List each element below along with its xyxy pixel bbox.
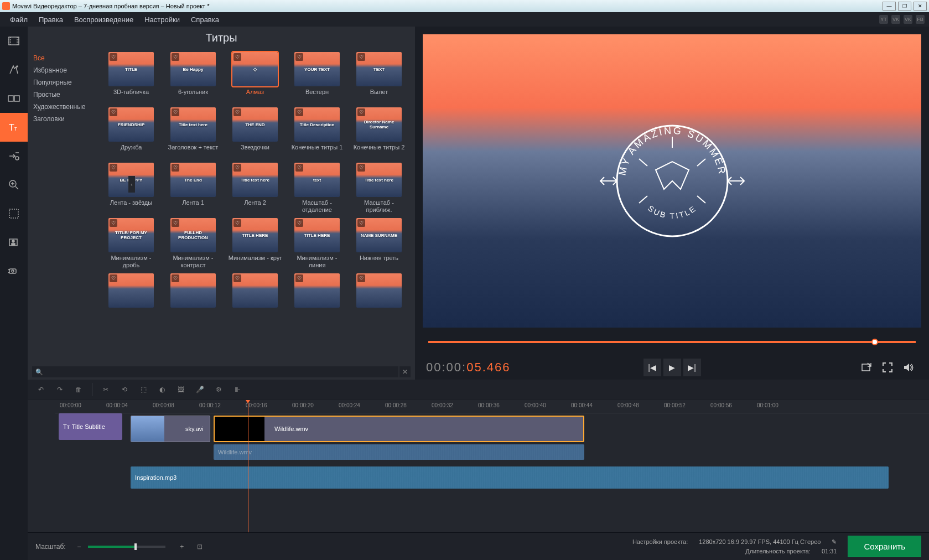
mic-button[interactable]: 🎤	[191, 381, 209, 398]
preview-scrubber[interactable]	[423, 328, 921, 355]
thumb-preview[interactable]: ♡Title text here	[170, 107, 216, 142]
tool-filters[interactable]	[0, 55, 28, 84]
thumb-item[interactable]: ♡TEXTВылет	[351, 52, 407, 104]
zoom-in-button[interactable]: +	[173, 538, 191, 555]
thumb-item[interactable]: ♡	[289, 273, 345, 325]
thumb-preview[interactable]: ♡Title text here	[356, 163, 402, 197]
social-youtube-icon[interactable]: YT	[879, 15, 888, 24]
tool-highlight[interactable]	[0, 199, 28, 228]
tool-titles[interactable]: Tт	[0, 113, 28, 142]
redo-button[interactable]: ↷	[51, 381, 69, 398]
thumb-preview[interactable]: ♡text	[294, 163, 340, 197]
video-clip-wildlife[interactable]: Wildlife.wmv	[214, 416, 584, 442]
category-popular[interactable]: Популярные	[32, 76, 100, 89]
timeline[interactable]: 00:00:0000:00:0400:00:0800:00:1200:00:16…	[28, 400, 929, 532]
thumb-item[interactable]: ♡FRIENDSHIPДружба	[103, 107, 159, 159]
maximize-button[interactable]: ❐	[898, 2, 911, 11]
menu-edit[interactable]: Правка	[33, 13, 69, 26]
thumb-item[interactable]: ♡TITLE/ FOR MY PROJECTМинимализм - дробь	[103, 218, 159, 270]
play-button[interactable]: ▶	[663, 359, 681, 376]
thumb-item[interactable]: ♡	[351, 273, 407, 325]
menu-settings[interactable]: Настройки	[139, 13, 185, 26]
export-frame-button[interactable]	[857, 359, 876, 376]
thumb-preview[interactable]: ♡The End	[170, 163, 216, 197]
thumb-item[interactable]: ♡Title DescriptionКонечные титры 1	[289, 107, 345, 159]
thumb-item[interactable]: ♡Title text hereЛента 2	[227, 163, 283, 215]
image-button[interactable]: 🖼	[172, 381, 190, 398]
category-artistic[interactable]: Художественные	[32, 101, 100, 113]
menu-playback[interactable]: Воспроизведение	[69, 13, 139, 26]
thumb-item[interactable]: ♡	[103, 273, 159, 325]
thumb-item[interactable]: ♡	[227, 273, 283, 325]
thumb-preview[interactable]: ♡Title text here	[232, 163, 278, 197]
thumb-item[interactable]: ♡TITLE HEREМинимализм - круг	[227, 218, 283, 270]
menu-help[interactable]: Справка	[185, 13, 225, 26]
thumb-preview[interactable]: ♡◇	[232, 52, 278, 86]
next-frame-button[interactable]: ▶|	[683, 359, 701, 376]
thumb-preview[interactable]: ♡NAME SURNAME	[356, 218, 402, 252]
thumb-preview[interactable]: ♡TITLE HERE	[232, 218, 278, 252]
thumb-item[interactable]: ♡Title text hereМасштаб - приближ.	[351, 163, 407, 215]
thumb-preview[interactable]: ♡YOUR TEXT	[294, 52, 340, 86]
thumb-preview[interactable]: ♡Title Description	[294, 107, 340, 142]
thumb-item[interactable]: ♡TITLE3D-табличка	[103, 52, 159, 104]
thumb-preview[interactable]: ♡FRIENDSHIP	[108, 107, 154, 142]
search-input[interactable]	[32, 366, 398, 377]
fullscreen-button[interactable]	[878, 359, 897, 376]
zoom-slider[interactable]	[88, 546, 165, 548]
menu-file[interactable]: Файл	[4, 13, 33, 26]
collapse-sidebar-icon[interactable]: ‹	[128, 176, 135, 193]
thumb-item[interactable]: ♡FULLHD PRODUCTIONМинимализм - контраст	[165, 218, 221, 270]
thumb-preview[interactable]: ♡TITLE HERE	[294, 218, 340, 252]
video-clip-sky[interactable]: sky.avi	[131, 416, 210, 442]
prev-frame-button[interactable]: |◀	[643, 359, 661, 376]
thumb-preview[interactable]: ♡	[170, 273, 216, 308]
preview-video[interactable]: MY AMAZING SUMMER SUB TITLE	[423, 34, 921, 328]
category-all[interactable]: Все	[32, 52, 100, 64]
tool-transitions[interactable]	[0, 84, 28, 113]
close-button[interactable]: ✕	[914, 2, 927, 11]
crop-button[interactable]: ⬚	[134, 381, 152, 398]
split-button[interactable]: ✂	[97, 381, 115, 398]
thumb-item[interactable]: ♡Be Happy6-угольник	[165, 52, 221, 104]
thumb-preview[interactable]: ♡TITLE	[108, 52, 154, 86]
thumb-preview[interactable]: ♡	[232, 273, 278, 308]
thumb-item[interactable]: ♡	[165, 273, 221, 325]
thumb-preview[interactable]: ♡	[294, 273, 340, 308]
thumb-preview[interactable]: ♡Be Happy	[170, 52, 216, 86]
thumb-preview[interactable]: ♡TITLE/ FOR MY PROJECT	[108, 218, 154, 252]
minimize-button[interactable]: —	[883, 2, 896, 11]
thumb-preview[interactable]: ♡	[356, 273, 402, 308]
category-favorites[interactable]: Избранное	[32, 64, 100, 76]
category-headers[interactable]: Заголовки	[32, 113, 100, 125]
thumb-preview[interactable]: ♡Director Name Surname	[356, 107, 402, 142]
audio-clip-wildlife[interactable]: Wildlife.wmv	[214, 444, 584, 460]
tool-callouts[interactable]	[0, 142, 28, 170]
thumb-preview[interactable]: ♡FULLHD PRODUCTION	[170, 218, 216, 252]
thumb-preview[interactable]: ♡TEXT	[356, 52, 402, 86]
clip-properties-button[interactable]: ⚙	[210, 381, 227, 398]
scrubber-handle[interactable]	[871, 339, 878, 345]
thumb-preview[interactable]: ♡	[108, 273, 154, 308]
edit-settings-icon[interactable]: ✎	[832, 538, 837, 546]
thumb-item[interactable]: ♡YOUR TEXTВестерн	[289, 52, 345, 104]
social-vk2-icon[interactable]: VK	[904, 15, 912, 24]
thumb-item[interactable]: ♡Title text hereЗаголовок + текст	[165, 107, 221, 159]
fit-timeline-button[interactable]: ⊡	[191, 538, 209, 555]
rotate-button[interactable]: ⟲	[116, 381, 133, 398]
thumb-item[interactable]: ♡◇Алмаз	[227, 52, 283, 104]
tool-zoom[interactable]	[0, 170, 28, 199]
social-fb-icon[interactable]: FB	[916, 15, 925, 24]
thumb-item[interactable]: ♡textМасштаб - отдаление	[289, 163, 345, 215]
undo-button[interactable]: ↶	[32, 381, 50, 398]
color-button[interactable]: ◐	[153, 381, 171, 398]
tool-chroma[interactable]	[0, 228, 28, 257]
thumb-item[interactable]: ♡The EndЛента 1	[165, 163, 221, 215]
thumb-item[interactable]: ♡Director Name SurnameКонечные титры 2	[351, 107, 407, 159]
equalizer-button[interactable]: ⊪	[229, 381, 246, 398]
timeline-ruler[interactable]: 00:00:0000:00:0400:00:0800:00:1200:00:16…	[55, 400, 929, 413]
thumb-item[interactable]: ♡THE ENDЗвездочки	[227, 107, 283, 159]
thumbnails-grid[interactable]: ♡TITLE3D-табличка♡Be Happy6-угольник♡◇Ал…	[100, 49, 415, 364]
social-vk-icon[interactable]: VK	[891, 15, 900, 24]
delete-button[interactable]: 🗑	[70, 381, 87, 398]
